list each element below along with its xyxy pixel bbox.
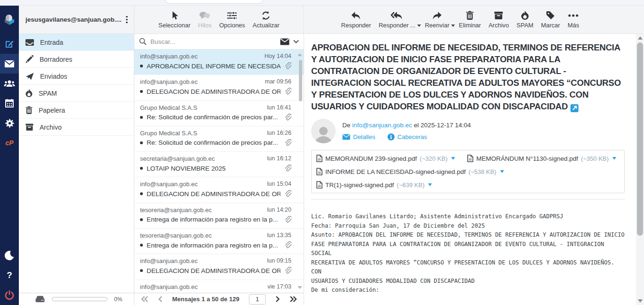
message-date: lun 13:35 — [267, 232, 291, 239]
list-scrollbar-thumb[interactable] — [299, 60, 302, 101]
reply-button[interactable]: Responder — [338, 9, 375, 31]
unread-dot — [140, 90, 143, 93]
search-options-chevron-icon[interactable] — [293, 40, 299, 43]
rail-settings-button[interactable] — [0, 113, 19, 133]
archive-button[interactable]: Archivo — [485, 9, 512, 31]
spam-button[interactable]: SPAM — [513, 9, 537, 31]
attachment-menu-caret[interactable] — [451, 157, 455, 160]
folder-drafts[interactable]: Borradores — [19, 51, 134, 68]
message-row[interactable]: info@sanjuan.gob.ecmar 09:56 DELEGACION … — [134, 75, 304, 100]
forward-icon — [432, 11, 442, 20]
body-line: Fecha: Parroquia San Juan, 17 de Diciemb… — [311, 222, 625, 231]
folder-sent[interactable]: Enviados — [19, 68, 134, 85]
message-sender: tesoreria@sanjuan.gob.ec — [140, 206, 267, 214]
message-row[interactable]: tesoreria@sanjuan.gob.eclun 14:20 Entreg… — [134, 203, 304, 229]
attachment-menu-caret[interactable] — [612, 157, 616, 160]
folder-spam[interactable]: SPAM — [19, 85, 134, 102]
message-row[interactable]: info@sanjuan.gob.ecvie 17:03 — [134, 280, 304, 293]
threads-button[interactable]: Hilos — [194, 9, 215, 31]
search-icon — [139, 38, 147, 45]
page-number-input[interactable]: 1 — [249, 294, 266, 305]
select-button[interactable]: Seleccionar — [155, 9, 194, 31]
sender-email-link[interactable]: info@sanjuan.gob.ec — [352, 122, 412, 129]
headers-label: Cabeceras — [397, 133, 427, 140]
attachment-item[interactable]: MEMORÁNDUM N°1130-signed.pdf (~350 KB) — [467, 152, 616, 165]
scroll-down-icon[interactable] — [638, 299, 643, 303]
attachment-icon — [284, 190, 291, 198]
headers-toggle[interactable]: Cabeceras — [388, 133, 427, 140]
help-button[interactable]: ? — [0, 265, 19, 285]
search-scope-mail-icon[interactable] — [280, 38, 289, 45]
message-subject: LOTAIP NOVIEMBRE 2025 — [147, 165, 281, 172]
message-subject: DELEGACION DE ADMINISTRADORA DE OR... — [147, 267, 281, 274]
rail-contacts-button[interactable] — [0, 74, 19, 93]
first-page-button[interactable] — [141, 296, 149, 302]
details-toggle[interactable]: Detalles — [342, 133, 375, 140]
mark-label: Marcar — [541, 22, 560, 29]
message-sender: Grupo Medical S.A.S — [140, 104, 267, 111]
refresh-button[interactable]: Actualizar — [249, 9, 283, 31]
attachment-item[interactable]: TR(1)-signed-signed.pdf (~639 KB) — [316, 178, 432, 191]
sender-block: De info@sanjuan.gob.ec el 2025-12-17 14:… — [311, 119, 625, 143]
prev-page-button[interactable] — [158, 296, 163, 302]
message-row[interactable]: info@sanjuan.gob.eclun 09:15 DELEGACION … — [134, 254, 304, 280]
more-button[interactable]: Más — [564, 9, 583, 31]
folder-trash[interactable]: Papelera — [19, 102, 134, 119]
attachment-menu-caret[interactable] — [500, 170, 504, 173]
rail-mail-button[interactable] — [0, 54, 19, 74]
options-button[interactable]: Opciones — [215, 9, 249, 31]
message-subject: DELEGACION DE ADMINISTRADORA DE OR... — [147, 190, 281, 198]
next-page-button[interactable] — [275, 296, 280, 302]
logout-button[interactable] — [0, 285, 19, 305]
options-label: Opciones — [219, 22, 245, 29]
message-scrollbar[interactable] — [636, 34, 644, 305]
unread-dot — [140, 141, 143, 144]
info-icon — [388, 133, 395, 140]
message-body: Lic. Romario Gavilanes Litardo; Asistent… — [311, 212, 625, 295]
reply-all-icon — [391, 11, 403, 20]
account-menu-icon[interactable] — [124, 16, 130, 24]
rail-calendar-button[interactable] — [0, 93, 19, 113]
quota-progressbar — [52, 297, 107, 301]
attachment-menu-caret[interactable] — [428, 183, 432, 186]
compose-button[interactable] — [0, 34, 19, 54]
message-row[interactable]: info@sanjuan.gob.eclun 15:04 DELEGACION … — [134, 177, 304, 203]
threads-icon — [199, 11, 210, 20]
attachment-item[interactable]: MEMORANDUM 239-signed.pdf (~320 KB) — [316, 152, 455, 165]
message-row[interactable]: tesoreria@sanjuan.gob.eclun 13:35 Entreg… — [134, 229, 304, 254]
message-sender: Grupo Medical S.A.S — [140, 130, 267, 137]
attachments-box: MEMORANDUM 239-signed.pdf (~320 KB) MEMO… — [311, 150, 625, 193]
list-scroll-up-icon[interactable] — [297, 53, 302, 56]
account-header[interactable]: jesusgavilanes@sanjuan.gob.... — [19, 6, 134, 34]
list-scroll-down-icon[interactable] — [297, 286, 302, 289]
search-input[interactable] — [150, 38, 276, 45]
message-row[interactable]: info@sanjuan.gob.ecHoy 14:04 APROBACION … — [134, 49, 304, 75]
message-row[interactable]: secretaria@sanjuan.gob.eclun 16:12 LOTAI… — [134, 152, 304, 177]
reply-all-button[interactable]: Responder ... — [375, 9, 419, 31]
unread-dot — [140, 244, 143, 247]
delete-button[interactable]: Eliminar — [455, 9, 485, 31]
open-in-new-window-icon[interactable] — [570, 104, 578, 112]
flame-icon — [25, 89, 33, 97]
attachment-size: (~320 KB) — [420, 155, 447, 162]
forward-button[interactable]: Reenviar — [421, 9, 453, 31]
message-row[interactable]: Grupo Medical S.A.Slun 16:41 Re: Solicit… — [134, 101, 304, 126]
message-row[interactable]: Grupo Medical S.A.Slun 16:26 Re: Solicit… — [134, 126, 304, 152]
folder-archive[interactable]: Archivo — [19, 119, 134, 136]
folder-inbox[interactable]: Entrada — [19, 34, 134, 51]
body-line: FASE PREPARATORIA PARA LA CONTRATACION D… — [311, 240, 625, 258]
body-line: USUARIOS Y CUIDADORES MODALIDAD CON DISC… — [311, 277, 625, 286]
last-page-button[interactable] — [289, 296, 297, 302]
quota-footer: 0% — [19, 293, 134, 305]
body-line: De mi consideración: — [311, 286, 625, 295]
attachment-item[interactable]: INFORME DE LA NECEISDAD-signed-signed.pd… — [316, 165, 504, 178]
scrollbar-thumb[interactable] — [637, 42, 643, 236]
rail-cpanel-button[interactable]: cP — [0, 133, 19, 153]
person-icon — [314, 125, 333, 143]
attachment-icon — [284, 241, 291, 249]
search-bar — [134, 34, 304, 49]
dark-mode-button[interactable] — [0, 246, 19, 265]
scroll-up-icon[interactable] — [638, 36, 643, 40]
mark-button[interactable]: Marcar — [537, 9, 563, 31]
trash-icon — [466, 11, 474, 20]
